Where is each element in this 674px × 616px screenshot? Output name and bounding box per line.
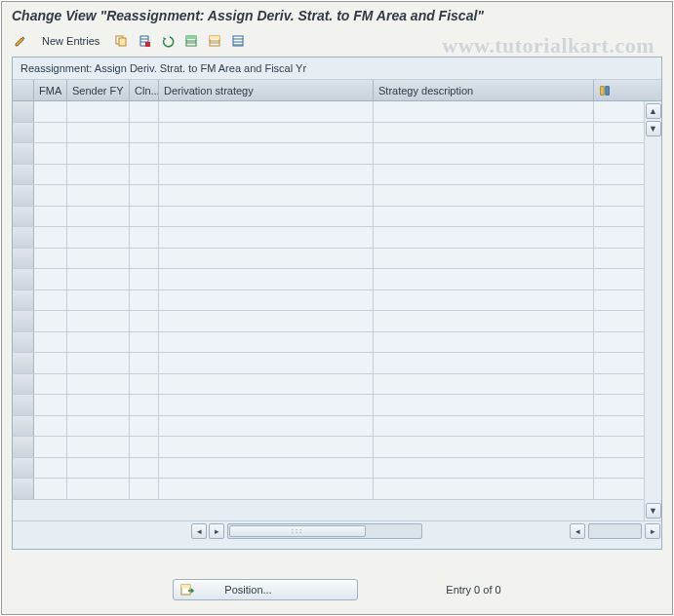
select-all-button[interactable] [180, 31, 202, 51]
cell-derivation-strategy[interactable] [159, 207, 374, 227]
cell-sender-fy[interactable] [67, 353, 130, 373]
cell-derivation-strategy[interactable] [159, 416, 374, 437]
cell-cln[interactable] [130, 227, 159, 248]
cell-fma[interactable] [34, 290, 67, 311]
row-selector[interactable] [13, 374, 34, 395]
cell-fma[interactable] [34, 353, 67, 373]
cell-derivation-strategy[interactable] [159, 227, 374, 248]
column-header-strategy-description[interactable]: Strategy description [374, 80, 594, 100]
cell-sender-fy[interactable] [67, 185, 130, 206]
cell-cln[interactable] [130, 332, 159, 353]
cell-derivation-strategy[interactable] [159, 123, 374, 143]
cell-sender-fy[interactable] [67, 479, 130, 499]
cell-cln[interactable] [130, 479, 159, 499]
cell-strategy-description[interactable] [374, 353, 594, 373]
row-selector[interactable] [13, 207, 34, 227]
cell-fma[interactable] [34, 479, 67, 499]
cell-strategy-description[interactable] [374, 437, 594, 457]
cell-fma[interactable] [34, 207, 67, 227]
cell-cln[interactable] [130, 249, 159, 269]
row-selector[interactable] [13, 479, 34, 499]
cell-derivation-strategy[interactable] [159, 353, 374, 373]
cell-strategy-description[interactable] [374, 374, 594, 395]
hscroll-track-right[interactable] [588, 523, 642, 539]
cell-derivation-strategy[interactable] [159, 269, 374, 289]
cell-cln[interactable] [130, 416, 159, 437]
cell-sender-fy[interactable] [67, 437, 130, 457]
cell-cln[interactable] [130, 374, 159, 395]
row-selector[interactable] [13, 227, 34, 248]
cell-cln[interactable] [130, 437, 159, 457]
cell-strategy-description[interactable] [374, 207, 594, 227]
cell-sender-fy[interactable] [67, 165, 130, 185]
new-entries-button[interactable]: New Entries [33, 31, 108, 51]
cell-cln[interactable] [130, 353, 159, 373]
cell-derivation-strategy[interactable] [159, 101, 374, 122]
cell-cln[interactable] [130, 123, 159, 143]
row-selector[interactable] [13, 269, 34, 289]
deselect-all-button[interactable] [227, 31, 249, 51]
cell-derivation-strategy[interactable] [159, 290, 374, 311]
scroll-bottom-button[interactable]: ▼ [646, 503, 661, 519]
cell-strategy-description[interactable] [374, 416, 594, 437]
cell-sender-fy[interactable] [67, 207, 130, 227]
scroll-right-button[interactable]: ◂ [570, 523, 585, 539]
cell-strategy-description[interactable] [374, 249, 594, 269]
cell-derivation-strategy[interactable] [159, 185, 374, 206]
cell-sender-fy[interactable] [67, 395, 130, 415]
cell-strategy-description[interactable] [374, 123, 594, 143]
cell-sender-fy[interactable] [67, 311, 130, 331]
cell-sender-fy[interactable] [67, 374, 130, 395]
cell-fma[interactable] [34, 395, 67, 415]
row-selector[interactable] [13, 416, 34, 437]
undo-change-button[interactable] [157, 31, 178, 51]
row-selector[interactable] [13, 353, 34, 373]
scroll-left-button[interactable]: ▸ [209, 523, 224, 539]
row-selector[interactable] [13, 458, 34, 479]
cell-derivation-strategy[interactable] [159, 311, 374, 331]
cell-cln[interactable] [130, 269, 159, 289]
cell-fma[interactable] [34, 101, 67, 122]
row-selector[interactable] [13, 395, 34, 415]
cell-fma[interactable] [34, 311, 67, 331]
cell-fma[interactable] [34, 165, 67, 185]
cell-strategy-description[interactable] [374, 185, 594, 206]
cell-strategy-description[interactable] [374, 395, 594, 415]
cell-sender-fy[interactable] [67, 227, 130, 248]
cell-derivation-strategy[interactable] [159, 249, 374, 269]
column-header-cln[interactable]: Cln... [130, 80, 159, 100]
row-selector[interactable] [13, 311, 34, 331]
cell-sender-fy[interactable] [67, 416, 130, 437]
cell-derivation-strategy[interactable] [159, 374, 374, 395]
cell-sender-fy[interactable] [67, 269, 130, 289]
scroll-last-button[interactable]: ▸ [645, 523, 660, 539]
cell-cln[interactable] [130, 311, 159, 331]
scroll-down-button[interactable]: ▼ [646, 121, 661, 136]
row-selector[interactable] [13, 332, 34, 353]
cell-fma[interactable] [34, 458, 67, 479]
cell-derivation-strategy[interactable] [159, 143, 374, 164]
cell-fma[interactable] [34, 416, 67, 437]
cell-cln[interactable] [130, 143, 159, 164]
cell-derivation-strategy[interactable] [159, 332, 374, 353]
cell-strategy-description[interactable] [374, 458, 594, 479]
toggle-display-change-button[interactable] [10, 31, 31, 51]
cell-sender-fy[interactable] [67, 143, 130, 164]
cell-fma[interactable] [34, 332, 67, 353]
cell-fma[interactable] [34, 269, 67, 289]
delete-button[interactable] [134, 31, 155, 51]
row-selector[interactable] [13, 185, 34, 206]
cell-sender-fy[interactable] [67, 332, 130, 353]
row-selector[interactable] [13, 165, 34, 185]
row-selector[interactable] [13, 101, 34, 122]
hscroll-thumb[interactable]: ::: [229, 525, 366, 537]
cell-fma[interactable] [34, 374, 67, 395]
cell-cln[interactable] [130, 185, 159, 206]
row-selector[interactable] [13, 290, 34, 311]
cell-derivation-strategy[interactable] [159, 395, 374, 415]
cell-cln[interactable] [130, 207, 159, 227]
cell-fma[interactable] [34, 227, 67, 248]
cell-sender-fy[interactable] [67, 249, 130, 269]
cell-strategy-description[interactable] [374, 101, 594, 122]
cell-cln[interactable] [130, 395, 159, 415]
